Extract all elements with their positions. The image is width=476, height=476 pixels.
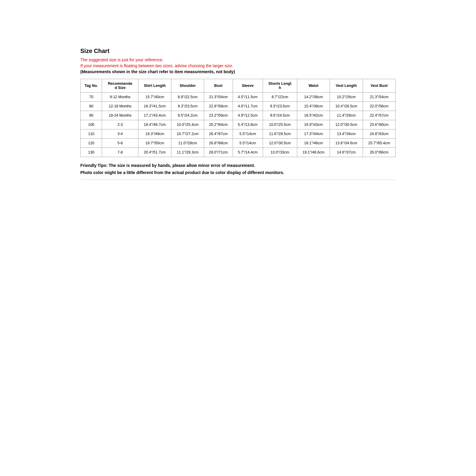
table-cell: 13.4"/34cm — [330, 129, 363, 139]
table-cell: 22.0"/56cm — [363, 102, 395, 111]
table-cell: 22.8"/58cm — [204, 102, 233, 111]
table-row: 1307-820.4"/51.7cm11.1"/28.3cm28.0"/71cm… — [81, 148, 396, 157]
table-cell: 14.2"/36cm — [297, 93, 330, 102]
size-chart-table: Tag No. Recommended Size Shirt Length Sh… — [80, 79, 396, 157]
table-cell: 120 — [81, 139, 102, 148]
table-cell: 19.3"/49cm — [138, 129, 171, 139]
table-cell: 15.7"/40cm — [138, 93, 171, 102]
table-cell: 80 — [81, 102, 102, 111]
table-cell: 8.7"/22cm — [263, 93, 297, 102]
table-cell: 26.0"/66cm — [363, 148, 395, 157]
table-cell: 10.4"/26.5cm — [330, 102, 363, 111]
table-cell: 16.5"/42cm — [297, 111, 330, 120]
table-cell: 13.6"/34.6cm — [330, 139, 363, 148]
table-cell: 9-12 Months — [102, 93, 138, 102]
table-cell: 10.0"/25.5cm — [263, 120, 297, 129]
col-shoulder: Shoulder — [171, 79, 204, 93]
table-cell: 13.0"/33cm — [263, 148, 297, 157]
table-cell: 12.0"/30.5cm — [330, 120, 363, 129]
table-cell: 26.8"/68cm — [204, 139, 233, 148]
table-cell: 100 — [81, 120, 102, 129]
table-cell: 12-18 Months — [102, 102, 138, 111]
table-row: 9018-24 Months17.1"/43.4cm9.5"/24.2cm23.… — [81, 111, 396, 120]
table-cell: 5.4"/13.8cm — [233, 120, 263, 129]
col-sleeve: Sleeve — [233, 79, 263, 93]
table-cell: 19.1"/48.6cm — [297, 148, 330, 157]
table-cell: 25.2"/64cm — [204, 120, 233, 129]
table-cell: 70 — [81, 93, 102, 102]
table-cell: 15.4"/39cm — [297, 102, 330, 111]
table-cell: 7-8 — [102, 148, 138, 157]
table-cell: 9.5"/24.2cm — [171, 111, 204, 120]
col-recommended-size: Recommended Size — [102, 79, 138, 93]
table-cell: 3-4 — [102, 129, 138, 139]
col-shorts-length: Shorts Length — [263, 79, 297, 93]
table-cell: 130 — [81, 148, 102, 157]
table-cell: 17.1"/43.4cm — [138, 111, 171, 120]
table-cell: 16.3"/41.5cm — [138, 102, 171, 111]
table-cell: 5.7"/14.4cm — [233, 148, 263, 157]
table-cell: 23.6"/60cm — [363, 120, 395, 129]
table-cell: 4.5"/11.5cm — [233, 93, 263, 102]
table-cell: 18.4"/46.7cm — [138, 120, 171, 129]
table-header-row: Tag No. Recommended Size Shirt Length Sh… — [81, 79, 396, 93]
col-waist: Waist — [297, 79, 330, 93]
table-cell: 16.9"/43cm — [297, 120, 330, 129]
table-cell: 26.4"/67cm — [204, 129, 233, 139]
col-bust: Bust — [204, 79, 233, 93]
note-line3: (Measurements shown in the size chart re… — [80, 69, 396, 74]
table-row: 709-12 Months15.7"/40cm8.9"/22.5cm21.3"/… — [81, 93, 396, 102]
note-line1: The suggested size is just for your refe… — [80, 57, 396, 62]
table-cell: 11.0"/28cm — [171, 139, 204, 148]
friendly-tips: Friendly Tips: The size is measured by h… — [80, 163, 396, 168]
table-cell: 21.3"/54cm — [204, 93, 233, 102]
table-cell: 14.6"/37cm — [330, 148, 363, 157]
table-cell: 20.4"/51.7cm — [138, 148, 171, 157]
table-cell: 4.6"/11.7cm — [233, 102, 263, 111]
table-cell: 18.1"/46cm — [297, 139, 330, 148]
color-note: Photo color might be a little different … — [80, 170, 396, 175]
table-cell: 22.4"/57cm — [363, 111, 395, 120]
table-cell: 11.1"/28.3cm — [171, 148, 204, 157]
table-cell: 21.3"/54cm — [363, 93, 395, 102]
table-cell: 2-3 — [102, 120, 138, 129]
note-line2: If your measurement is floating between … — [80, 63, 396, 68]
table-cell: 24.8"/63cm — [363, 129, 395, 139]
table-cell: 10.0"/25.4cm — [171, 120, 204, 129]
table-row: 8012-18 Months16.3"/41.5cm9.3"/23.5cm22.… — [81, 102, 396, 111]
table-cell: 11.6"/29.5cm — [263, 129, 297, 139]
table-cell: 11.4"/29cm — [330, 111, 363, 120]
table-cell: 5.5"/14cm — [233, 129, 263, 139]
col-tag-no: Tag No. — [81, 79, 102, 93]
table-cell: 18-24 Months — [102, 111, 138, 120]
table-cell: 25.7"/65.4cm — [363, 139, 395, 148]
table-cell: 17.3"/44cm — [297, 129, 330, 139]
table-cell: 8.9"/22.5cm — [171, 93, 204, 102]
page-title: Size Chart — [80, 48, 396, 54]
col-shirt-length: Shirt Length — [138, 79, 171, 93]
table-cell: 5.5"/14cm — [233, 139, 263, 148]
col-vest-length: Vest Length — [330, 79, 363, 93]
table-cell: 9.3"/23.5cm — [171, 102, 204, 111]
table-cell: 12.0"/30.5cm — [263, 139, 297, 148]
table-cell: 110 — [81, 129, 102, 139]
table-cell: 10.7"/27.2cm — [171, 129, 204, 139]
table-row: 1103-419.3"/49cm10.7"/27.2cm26.4"/67cm5.… — [81, 129, 396, 139]
table-cell: 5-6 — [102, 139, 138, 148]
table-cell: 4.9"/12.5cm — [233, 111, 263, 120]
table-cell: 19.7"/50cm — [138, 139, 171, 148]
col-vest-bust: Vest Bust — [363, 79, 395, 93]
table-cell: 9.6"/24.5cm — [263, 111, 297, 120]
table-cell: 28.0"/71cm — [204, 148, 233, 157]
table-cell: 90 — [81, 111, 102, 120]
table-cell: 23.2"/59cm — [204, 111, 233, 120]
table-cell: 10.2"/26cm — [330, 93, 363, 102]
table-row: 1002-318.4"/46.7cm10.0"/25.4cm25.2"/64cm… — [81, 120, 396, 129]
table-cell: 9.3"/23.5cm — [263, 102, 297, 111]
table-row: 1205-619.7"/50cm11.0"/28cm26.8"/68cm5.5"… — [81, 139, 396, 148]
